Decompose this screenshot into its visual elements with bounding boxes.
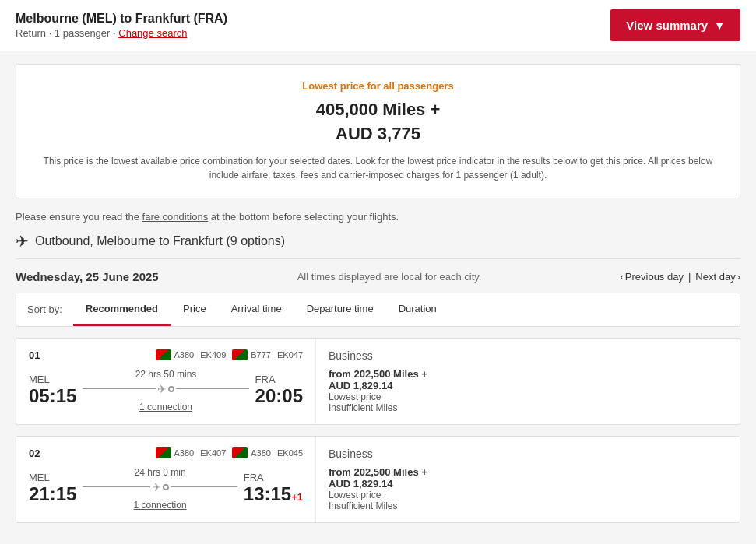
lowest-price-description: This price is the lowest available price… bbox=[32, 154, 724, 182]
airline-badge: A380 EK045 bbox=[232, 447, 303, 458]
aircraft-type: A380 bbox=[174, 350, 195, 360]
flight-number-row: 01 A380 EK409 B777 EK047 bbox=[29, 349, 303, 361]
sort-bar: Sort by: Recommended Price Arrival time … bbox=[16, 293, 740, 327]
arrival-modifier: +1 bbox=[291, 491, 303, 503]
next-day-link[interactable]: Next day › bbox=[695, 271, 740, 283]
price-lowest-tag: Lowest price bbox=[329, 490, 727, 500]
flight-list: 01 A380 EK409 B777 EK047 MEL 05:15 22 hr… bbox=[16, 338, 740, 523]
sort-option-arrival-time[interactable]: Arrival time bbox=[219, 293, 294, 326]
previous-day-link[interactable]: ‹ Previous day bbox=[620, 271, 684, 283]
flight-code: EK045 bbox=[277, 448, 303, 458]
connection-dot bbox=[163, 484, 169, 490]
departure-time: 21:15 bbox=[29, 483, 76, 505]
price-aud: AUD 1,829.14 bbox=[329, 380, 727, 391]
sort-option-price[interactable]: Price bbox=[171, 293, 219, 326]
arrival-info: FRA 13:15+1 bbox=[244, 472, 303, 505]
connection-link[interactable]: 1 connection bbox=[134, 500, 187, 511]
line-bar-right bbox=[171, 486, 237, 487]
airline-badge: A380 EK409 bbox=[156, 349, 227, 360]
header-left: Melbourne (MEL) to Frankfurt (FRA) Retur… bbox=[16, 12, 227, 39]
cabin-class: Business bbox=[329, 349, 727, 362]
date-navigation: ‹ Previous day | Next day › bbox=[620, 271, 740, 283]
timezone-note: All times displayed are local for each c… bbox=[297, 271, 482, 283]
airplane-icon: ✈ bbox=[157, 383, 167, 395]
price-aud: AUD 1,829.14 bbox=[329, 478, 727, 490]
sort-option-recommended[interactable]: Recommended bbox=[73, 293, 171, 326]
outbound-heading-row: ✈ Outbound, Melbourne to Frankfurt (9 op… bbox=[16, 232, 740, 259]
price-from: from 202,500 Miles + bbox=[329, 466, 727, 478]
connection-link[interactable]: 1 connection bbox=[139, 402, 192, 412]
arrival-code: FRA bbox=[255, 374, 303, 385]
outbound-heading: Outbound, Melbourne to Frankfurt (9 opti… bbox=[35, 234, 285, 248]
airline-logo-icon bbox=[232, 349, 248, 360]
date-row: Wednesday, 25 June 2025 All times displa… bbox=[16, 270, 740, 283]
route-middle: 22 hrs 50 mins ✈ 1 connection bbox=[83, 369, 248, 412]
airline-badge: B777 EK047 bbox=[232, 349, 303, 360]
flight-number-row: 02 A380 EK407 A380 EK045 bbox=[29, 447, 303, 459]
flight-index: 02 bbox=[29, 447, 40, 459]
change-search-link[interactable]: Change search bbox=[118, 27, 187, 39]
header: Melbourne (MEL) to Frankfurt (FRA) Retur… bbox=[0, 0, 756, 51]
line-bar-left bbox=[83, 388, 156, 389]
line-bar-left bbox=[83, 486, 149, 487]
connection-dot bbox=[168, 386, 174, 392]
outbound-date: Wednesday, 25 June 2025 bbox=[16, 270, 159, 283]
view-summary-button[interactable]: View summary ▼ bbox=[610, 9, 740, 41]
sort-label: Sort by: bbox=[16, 294, 73, 325]
cabin-class: Business bbox=[329, 447, 727, 460]
airline-badge: A380 EK407 bbox=[156, 447, 227, 458]
sort-option-duration[interactable]: Duration bbox=[386, 293, 449, 326]
route-line: ✈ bbox=[83, 481, 237, 493]
outbound-section: ✈ Outbound, Melbourne to Frankfurt (9 op… bbox=[16, 232, 740, 523]
airline-badges: A380 EK407 A380 EK045 bbox=[156, 447, 303, 458]
arrival-code: FRA bbox=[244, 472, 303, 483]
aircraft-type: A380 bbox=[251, 448, 271, 458]
insufficient-miles-tag: Insufficient Miles bbox=[329, 500, 727, 511]
flight-details-left: 02 A380 EK407 A380 EK045 MEL 21:15 24 hr… bbox=[16, 437, 316, 522]
departure-info: MEL 05:15 bbox=[29, 374, 76, 407]
route-title: Melbourne (MEL) to Frankfurt (FRA) bbox=[16, 12, 227, 26]
price-miles-line: 405,000 Miles + bbox=[316, 100, 441, 119]
airline-logo-icon bbox=[156, 349, 171, 360]
price-lowest-tag: Lowest price bbox=[329, 391, 727, 402]
aircraft-type: B777 bbox=[251, 350, 271, 360]
airline-logo-icon bbox=[156, 447, 171, 458]
departure-time: 05:15 bbox=[29, 385, 76, 407]
fare-conditions-link[interactable]: fare conditions bbox=[142, 211, 209, 223]
lowest-price-label: Lowest price for all passengers bbox=[32, 80, 724, 92]
departure-code: MEL bbox=[29, 472, 76, 483]
flight-code: EK047 bbox=[277, 350, 303, 360]
trip-info: Return · 1 passenger · Change search bbox=[16, 27, 227, 39]
route-line: ✈ bbox=[83, 383, 248, 395]
chevron-down-icon: ▼ bbox=[714, 19, 725, 32]
flight-card[interactable]: 01 A380 EK409 B777 EK047 MEL 05:15 22 hr… bbox=[16, 338, 740, 425]
view-summary-label: View summary bbox=[626, 19, 708, 32]
airline-badges: A380 EK409 B777 EK047 bbox=[156, 349, 303, 360]
route-middle: 24 hrs 0 min ✈ 1 connection bbox=[83, 467, 237, 511]
sort-option-departure-time[interactable]: Departure time bbox=[294, 293, 386, 326]
trip-subtitle: Return · 1 passenger · bbox=[16, 27, 116, 39]
flight-details-left: 01 A380 EK409 B777 EK047 MEL 05:15 22 hr… bbox=[16, 339, 316, 424]
departure-info: MEL 21:15 bbox=[29, 472, 76, 505]
flight-code: EK407 bbox=[200, 448, 226, 458]
line-bar-right bbox=[176, 388, 249, 389]
flight-route: MEL 05:15 22 hrs 50 mins ✈ 1 connection … bbox=[29, 369, 303, 412]
price-aud-line: AUD 3,775 bbox=[336, 124, 420, 143]
duration-text: 22 hrs 50 mins bbox=[135, 369, 197, 380]
flight-code: EK409 bbox=[200, 350, 226, 360]
airplane-icon: ✈ bbox=[152, 481, 161, 493]
lowest-price-box: Lowest price for all passengers 405,000 … bbox=[16, 64, 740, 198]
duration-text: 24 hrs 0 min bbox=[135, 467, 186, 478]
arrival-time: 20:05 bbox=[255, 385, 303, 407]
flight-card[interactable]: 02 A380 EK407 A380 EK045 MEL 21:15 24 hr… bbox=[16, 436, 740, 523]
price-from: from 202,500 Miles + bbox=[329, 368, 727, 380]
airline-logo-icon bbox=[232, 447, 248, 458]
fare-conditions-note: Please ensure you read the fare conditio… bbox=[16, 211, 740, 223]
flight-index: 01 bbox=[29, 349, 40, 361]
flight-pricing-right[interactable]: Business from 202,500 Miles + AUD 1,829.… bbox=[316, 437, 740, 522]
flight-pricing-right[interactable]: Business from 202,500 Miles + AUD 1,829.… bbox=[316, 339, 740, 424]
flight-route: MEL 21:15 24 hrs 0 min ✈ 1 connection FR… bbox=[29, 467, 303, 511]
insufficient-miles-tag: Insufficient Miles bbox=[329, 402, 727, 413]
plane-icon: ✈ bbox=[16, 232, 29, 251]
departure-code: MEL bbox=[29, 374, 76, 385]
